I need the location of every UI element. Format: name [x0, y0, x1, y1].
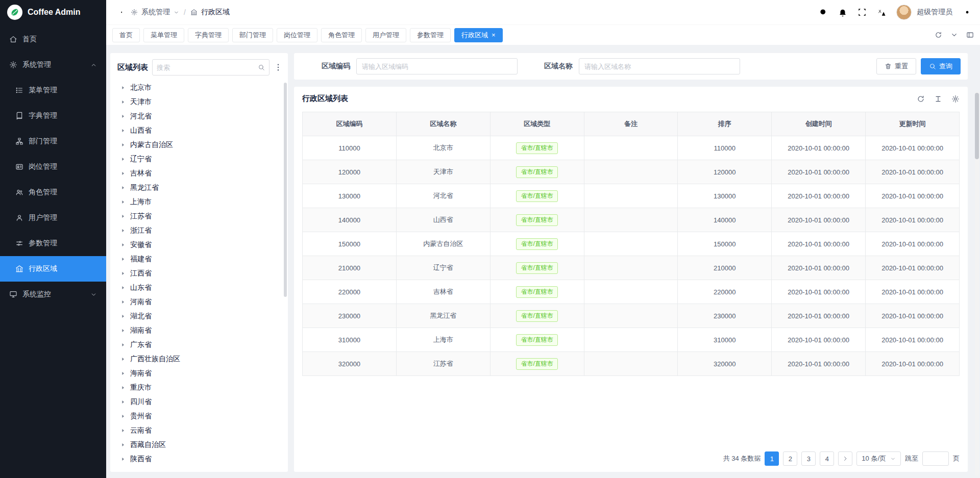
region-code-input[interactable]	[356, 58, 518, 74]
close-tab-icon[interactable]: ×	[492, 32, 496, 38]
tree-node[interactable]: 安徽省	[115, 238, 283, 252]
tree-node[interactable]: 陕西省	[115, 452, 283, 466]
next-page-button[interactable]	[838, 451, 852, 466]
avatar[interactable]	[896, 5, 912, 20]
tree-node[interactable]: 重庆市	[115, 381, 283, 395]
reset-button[interactable]: 重置	[876, 58, 916, 74]
tree-node[interactable]: 云南省	[115, 423, 283, 438]
tree-node[interactable]: 四川省	[115, 395, 283, 409]
cell-region-type: 省市/直辖市	[490, 136, 584, 160]
sidebar-subitem-dict[interactable]: 字典管理	[0, 103, 106, 129]
layout-icon[interactable]	[966, 31, 974, 39]
gear-icon[interactable]	[951, 95, 960, 103]
table-row[interactable]: 120000天津市省市/直辖市1200002020-10-01 00:00:00…	[303, 160, 960, 184]
cell	[584, 304, 678, 328]
page-scrollbar-thumb[interactable]	[975, 93, 979, 159]
username[interactable]: 超级管理员	[917, 8, 952, 17]
more-options-icon[interactable]	[274, 63, 283, 72]
text-height-icon[interactable]	[934, 95, 942, 103]
region-tree-panel: 区域列表 北京市 天津市 河北省 山西省 内蒙古	[110, 53, 288, 472]
page-button-1[interactable]: 1	[765, 451, 779, 466]
tree-node-label: 四川省	[130, 397, 152, 407]
search-icon[interactable]	[819, 8, 828, 17]
sidebar-subitem-region[interactable]: 行政区域	[0, 256, 106, 282]
tree-node[interactable]: 浙江省	[115, 223, 283, 238]
tree-node[interactable]: 山西省	[115, 123, 283, 138]
refresh-icon[interactable]	[917, 95, 925, 103]
tree-node[interactable]: 河北省	[115, 109, 283, 123]
table-row[interactable]: 230000黑龙江省省市/直辖市2300002020-10-01 00:00:0…	[303, 304, 960, 328]
tree-node[interactable]: 湖北省	[115, 309, 283, 323]
page-button-2[interactable]: 2	[783, 451, 797, 466]
refresh-icon[interactable]	[935, 31, 942, 39]
tree-node[interactable]: 福建省	[115, 252, 283, 266]
table-row[interactable]: 130000河北省省市/直辖市1300002020-10-01 00:00:00…	[303, 184, 960, 208]
breadcrumb-item[interactable]: 系统管理	[141, 8, 170, 17]
page-scrollbar[interactable]	[975, 92, 979, 476]
tree-node[interactable]: 湖南省	[115, 323, 283, 338]
tree-node[interactable]: 山东省	[115, 281, 283, 295]
gear-icon[interactable]	[963, 8, 972, 17]
region-name-input[interactable]	[579, 58, 740, 74]
caret-right-icon	[120, 142, 126, 147]
sidebar-item-home[interactable]: 首页	[0, 27, 106, 52]
tab-5[interactable]: 角色管理	[321, 28, 362, 42]
sidebar-subitem-dept[interactable]: 部门管理	[0, 129, 106, 154]
tree-node[interactable]: 西藏自治区	[115, 438, 283, 452]
tab-8[interactable]: 行政区域 ×	[454, 28, 503, 42]
tree-node[interactable]: 上海市	[115, 195, 283, 209]
table-row[interactable]: 310000上海市省市/直辖市3100002020-10-01 00:00:00…	[303, 328, 960, 352]
tree-node-label: 安徽省	[130, 240, 152, 249]
tree-node[interactable]: 黑龙江省	[115, 181, 283, 195]
translate-icon[interactable]	[877, 8, 886, 17]
tree-node[interactable]: 江西省	[115, 266, 283, 281]
tree-node[interactable]: 吉林省	[115, 166, 283, 181]
tree-node[interactable]: 河南省	[115, 295, 283, 309]
tree-node[interactable]: 江苏省	[115, 209, 283, 223]
jump-page-input[interactable]	[922, 451, 949, 466]
tab-7[interactable]: 参数管理	[410, 28, 451, 42]
table-row[interactable]: 320000江苏省省市/直辖市3200002020-10-01 00:00:00…	[303, 352, 960, 376]
table-row[interactable]: 150000内蒙古自治区省市/直辖市1500002020-10-01 00:00…	[303, 232, 960, 256]
cell: 2020-10-01 00:00:00	[866, 352, 960, 376]
tree-node[interactable]: 广东省	[115, 338, 283, 352]
table-row[interactable]: 210000辽宁省省市/直辖市2100002020-10-01 00:00:00…	[303, 256, 960, 280]
tree-list: 北京市 天津市 河北省 山西省 内蒙古自治区 辽宁省 吉林省 黑龙江省	[115, 81, 283, 466]
tree-scrollbar[interactable]	[284, 83, 287, 297]
sidebar-subitem-post[interactable]: 岗位管理	[0, 154, 106, 180]
page-button-4[interactable]: 4	[820, 451, 834, 466]
tab-6[interactable]: 用户管理	[365, 28, 406, 42]
search-icon[interactable]	[258, 64, 265, 71]
sidebar-subitem-param[interactable]: 参数管理	[0, 231, 106, 256]
table-row[interactable]: 220000吉林省省市/直辖市2200002020-10-01 00:00:00…	[303, 280, 960, 304]
tree-node-label: 北京市	[130, 83, 152, 92]
tab-2[interactable]: 字典管理	[188, 28, 229, 42]
search-button[interactable]: 查询	[921, 58, 961, 74]
tree-node[interactable]: 贵州省	[115, 409, 283, 423]
tab-4[interactable]: 岗位管理	[277, 28, 317, 42]
tree-node[interactable]: 北京市	[115, 81, 283, 95]
tree-node[interactable]: 广西壮族自治区	[115, 352, 283, 366]
page-size-select[interactable]: 10 条/页	[856, 451, 901, 466]
cell-region-type: 省市/直辖市	[490, 160, 584, 184]
sidebar-subitem-role[interactable]: 角色管理	[0, 180, 106, 205]
sidebar-subitem-list[interactable]: 菜单管理	[0, 78, 106, 103]
fullscreen-icon[interactable]	[857, 8, 867, 17]
collapse-sidebar-icon[interactable]	[114, 8, 124, 17]
page-button-3[interactable]: 3	[801, 451, 816, 466]
table-row[interactable]: 110000北京市省市/直辖市1100002020-10-01 00:00:00…	[303, 136, 960, 160]
sidebar-subitem-user[interactable]: 用户管理	[0, 205, 106, 231]
chevron-down-icon[interactable]	[950, 31, 958, 39]
bell-icon[interactable]	[838, 8, 847, 17]
sidebar-item-monitor[interactable]: 系统监控	[0, 282, 106, 307]
tree-search-input[interactable]	[157, 64, 258, 71]
tree-node[interactable]: 天津市	[115, 95, 283, 109]
tab-0[interactable]: 首页	[112, 28, 140, 42]
sidebar-item-system[interactable]: 系统管理	[0, 52, 106, 78]
tree-node[interactable]: 辽宁省	[115, 152, 283, 166]
tree-node[interactable]: 海南省	[115, 366, 283, 381]
table-row[interactable]: 140000山西省省市/直辖市1400002020-10-01 00:00:00…	[303, 208, 960, 232]
tab-3[interactable]: 部门管理	[232, 28, 273, 42]
tab-1[interactable]: 菜单管理	[143, 28, 184, 42]
tree-node[interactable]: 内蒙古自治区	[115, 138, 283, 152]
